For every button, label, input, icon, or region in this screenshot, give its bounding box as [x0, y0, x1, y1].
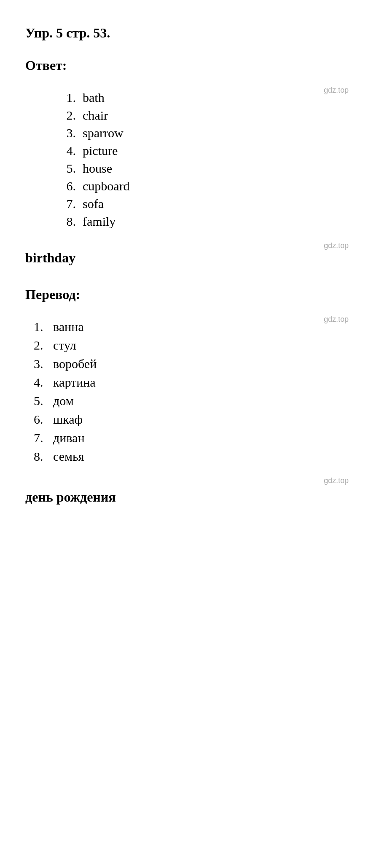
answer-list: 1. bath 2. chair 3. sparrow 4. picture 5… — [25, 91, 349, 229]
list-item: 1. bath — [59, 91, 349, 105]
list-item: 5. дом — [34, 394, 349, 408]
answer-keyword: birthday — [25, 250, 349, 266]
translation-header: Перевод: — [25, 287, 349, 302]
translation-keyword: день рождения — [25, 489, 349, 505]
list-item: 2. стул — [34, 338, 349, 353]
page-title: Упр. 5 стр. 53. — [25, 25, 349, 41]
list-item: 8. семья — [34, 449, 349, 464]
list-item: 3. sparrow — [59, 126, 349, 140]
list-item: 3. воробей — [34, 357, 349, 371]
watermark-2: gdz.top — [25, 241, 349, 250]
list-item: 7. sofa — [59, 197, 349, 211]
list-item: 6. шкаф — [34, 412, 349, 427]
list-item: 1. ванна — [34, 320, 349, 334]
list-item: 8. family — [59, 214, 349, 229]
answer-header: Ответ: — [25, 58, 349, 73]
list-item: 7. диван — [34, 431, 349, 445]
list-item: 4. картина — [34, 375, 349, 390]
translation-list: 1. ванна 2. стул 3. воробей 4. картина 5… — [25, 320, 349, 464]
list-item: 5. house — [59, 161, 349, 176]
list-item: 4. picture — [59, 144, 349, 158]
list-item: 6. cupboard — [59, 179, 349, 193]
list-item: 2. chair — [59, 108, 349, 123]
watermark-4: gdz.top — [25, 476, 349, 485]
